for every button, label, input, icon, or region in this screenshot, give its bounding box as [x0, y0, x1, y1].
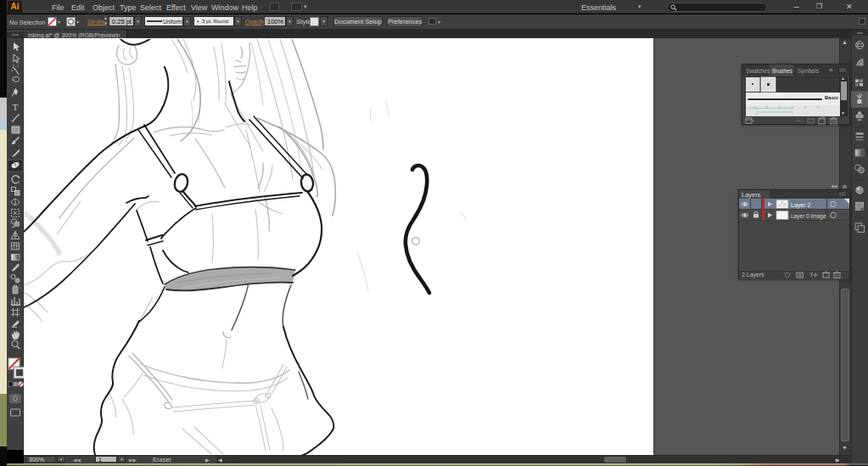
svg-text:T: T	[13, 102, 19, 112]
